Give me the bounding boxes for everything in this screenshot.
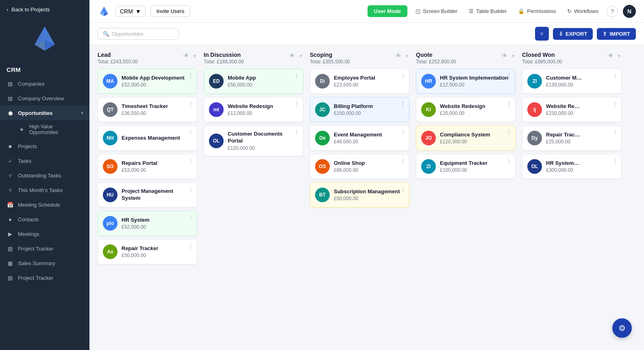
column-eye-button-closed-won[interactable]: 👁 [607, 52, 614, 60]
column-add-button-lead[interactable]: + [192, 52, 197, 60]
card-menu-q3[interactable]: ⋮ [506, 129, 512, 136]
card-menu-w3[interactable]: ⋮ [612, 129, 618, 136]
card-menu-q4[interactable]: ⋮ [506, 158, 512, 164]
card-menu-c7[interactable]: ⋮ [188, 243, 194, 249]
card-menu-s1[interactable]: ⋮ [400, 72, 406, 79]
screen-builder-button[interactable]: ◫ Screen Builder [412, 6, 461, 16]
card-menu-s3[interactable]: ⋮ [400, 129, 406, 136]
card-q3[interactable]: JO Compliance System £120,300.00 ⋮ [416, 125, 516, 151]
table-builder-button[interactable]: ☰ Table Builder [466, 6, 510, 16]
column-eye-button-lead[interactable]: 👁 [183, 52, 190, 60]
crm-dropdown[interactable]: CRM ▼ [115, 6, 146, 17]
card-name-c5: Project Management System [122, 188, 192, 202]
card-w1[interactable]: ZI Customer M… £130,000.00 ⋮ [522, 69, 622, 94]
column-eye-button-quote[interactable]: 👁 [501, 52, 508, 60]
card-menu-s4[interactable]: ⋮ [400, 158, 406, 164]
card-menu-c1[interactable]: ⋮ [188, 72, 194, 79]
sidebar-item-projects[interactable]: ■ Projects [0, 139, 89, 153]
card-name-q3: Compliance System [440, 132, 510, 138]
card-q2[interactable]: KI Website Redesign £20,000.00 ⋮ [416, 97, 516, 122]
sidebar-item-company-overview[interactable]: ▤ Company Overview [0, 91, 89, 106]
user-avatar[interactable]: N [623, 5, 636, 18]
sidebar-item-opportunities[interactable]: ◉ Opportunities › [0, 106, 89, 120]
card-menu-d1[interactable]: ⋮ [294, 72, 300, 79]
card-c3[interactable]: NH Expenses Management ⋮ [98, 125, 197, 151]
export-button[interactable]: ⇩ EXPORT [553, 28, 593, 40]
search-box[interactable]: 🔍 Opportunities [98, 28, 179, 40]
fab-settings[interactable]: ⚙ [612, 318, 632, 338]
card-s2[interactable]: JC Billing Platform £150,000.00 ⋮ [310, 97, 409, 122]
column-header-closed-won: Closed Won Total: £685,000.00 👁 + [522, 52, 622, 65]
card-menu-w1[interactable]: ⋮ [612, 72, 618, 79]
sidebar-item-meeting-schedule[interactable]: 📅 Meeting Schedule [0, 197, 89, 212]
import-button[interactable]: ⇧ IMPORT [597, 28, 636, 40]
card-w3[interactable]: Dy Repair Trac… £25,000.00 ⋮ [522, 125, 622, 151]
card-price-c7: £50,000.00 [122, 253, 192, 258]
card-s5[interactable]: BT Subscription Management £50,000.00 ⋮ [310, 182, 409, 207]
card-c7[interactable]: Ax Repair Tracker £50,000.00 ⋮ [98, 239, 197, 264]
card-w4[interactable]: OL HR System… £300,000.00 ⋮ [522, 154, 622, 179]
card-menu-q2[interactable]: ⋮ [506, 101, 512, 107]
card-name-d3: Customer Documents Portal [228, 131, 298, 145]
card-c1[interactable]: MA Mobile App Development £52,000.00 ⋮ [98, 69, 197, 94]
card-menu-c5[interactable]: ⋮ [188, 186, 194, 192]
card-s3[interactable]: Oe Event Management £46,000.00 ⋮ [310, 125, 409, 151]
card-price-c6: £52,000.00 [122, 224, 192, 230]
card-w2[interactable]: ij Website Re… £230,000.00 ⋮ [522, 97, 622, 122]
sidebar-item-meetings[interactable]: ▶ Meetings [0, 227, 89, 241]
card-menu-c4[interactable]: ⋮ [188, 158, 194, 164]
card-d2[interactable]: mt Website Redesign £12,000.00 ⋮ [204, 97, 303, 122]
workflows-button[interactable]: ↻ Workflows [564, 6, 602, 16]
card-q4[interactable]: ZI Equipment Tracker £100,000.00 ⋮ [416, 154, 516, 179]
card-d1[interactable]: ED Mobile App £56,000.00 ⋮ [204, 69, 303, 94]
column-eye-button-in-discussion[interactable]: 👁 [289, 52, 296, 60]
invite-users-button[interactable]: Invite Users [150, 5, 191, 17]
column-total-quote: Total: £252,800.00 [416, 59, 456, 65]
card-d3[interactable]: OL Customer Documents Portal £120,000.00… [204, 125, 303, 156]
card-menu-d3[interactable]: ⋮ [294, 129, 300, 136]
card-menu-w4[interactable]: ⋮ [612, 158, 618, 164]
card-price-d3: £120,000.00 [228, 145, 298, 151]
star-icon: ★ [18, 126, 25, 133]
card-c2[interactable]: QT Timesheet Tracker £36,550.00 ⋮ [98, 97, 197, 122]
card-c5[interactable]: HU Project Management System ⋮ [98, 182, 197, 207]
column-add-button-in-discussion[interactable]: + [298, 52, 303, 60]
card-menu-d2[interactable]: ⋮ [294, 101, 300, 107]
column-add-button-quote[interactable]: + [511, 52, 516, 60]
card-menu-c6[interactable]: ⋮ [188, 214, 194, 221]
card-menu-c3[interactable]: ⋮ [188, 129, 194, 136]
back-to-projects[interactable]: ‹ Back to Projects [0, 0, 89, 16]
sidebar-item-this-months-tasks[interactable]: ▿ This Month's Tasks [0, 183, 89, 197]
card-menu-w2[interactable]: ⋮ [612, 101, 618, 107]
permissions-button[interactable]: 🔒 Permissions [515, 6, 559, 16]
card-name-c4: Repairs Portal [122, 160, 192, 167]
card-s4[interactable]: OS Online Shop £86,000.00 ⋮ [310, 154, 409, 179]
card-avatar-c4: SO [103, 159, 117, 174]
column-add-button-scoping[interactable]: + [405, 52, 409, 60]
sidebar-item-contacts[interactable]: ● Contacts [0, 212, 89, 227]
column-title-closed-won: Closed Won [522, 52, 562, 58]
card-c6[interactable]: pio HR System £52,000.00 ⋮ [98, 211, 197, 236]
column-eye-button-scoping[interactable]: 👁 [395, 52, 402, 60]
sidebar-item-tasks[interactable]: ✓ Tasks [0, 153, 89, 168]
card-c4[interactable]: SO Repairs Portal £53,000.00 ⋮ [98, 154, 197, 179]
help-button[interactable]: ? [607, 6, 618, 17]
card-s1[interactable]: Di Employee Portal £23,500.00 ⋮ [310, 69, 409, 94]
sidebar-item-companies[interactable]: ▨ Companies [0, 76, 89, 91]
card-menu-s2[interactable]: ⋮ [400, 101, 406, 107]
column-title-lead: Lead [98, 52, 138, 58]
user-mode-button[interactable]: User Mode [368, 5, 407, 17]
sidebar-item-sales-summary[interactable]: ▦ Sales Summary [0, 256, 89, 270]
filter-button[interactable]: ▿ [535, 27, 549, 41]
card-avatar-w3: Dy [527, 131, 542, 145]
card-menu-q1[interactable]: ⋮ [506, 72, 512, 79]
sidebar-item-outstanding-tasks[interactable]: ▿ Outstanding Tasks [0, 168, 89, 183]
column-add-button-closed-won[interactable]: + [617, 52, 622, 60]
sidebar-item-project-tracker[interactable]: ▧ Project Tracker [0, 241, 89, 256]
card-menu-c2[interactable]: ⋮ [188, 101, 194, 107]
card-menu-s5[interactable]: ⋮ [400, 186, 406, 192]
sidebar-item-project-tracker2[interactable]: ▧ Project Tracker [0, 270, 89, 285]
sidebar-item-high-value[interactable]: ★ High Value Opportunities [0, 120, 89, 139]
card-q1[interactable]: HR HR System Implementation £12,500.00 ⋮ [416, 69, 516, 94]
filter-icon: ▿ [540, 30, 543, 37]
